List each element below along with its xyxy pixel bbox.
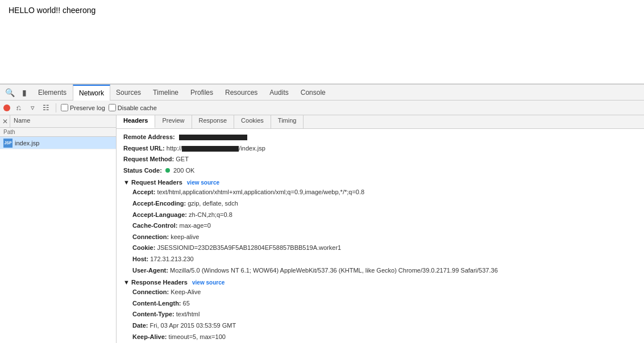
preserve-log-checkbox-label[interactable]: Preserve log	[61, 104, 105, 111]
tab-resources[interactable]: Resources	[219, 85, 264, 101]
tab-response[interactable]: Response	[192, 115, 235, 128]
remote-address-redacted	[179, 135, 247, 140]
resp-connection-row: Connection: Keep-Alive	[132, 287, 637, 298]
request-headers-view-source[interactable]: view source	[187, 179, 219, 186]
status-dot	[165, 168, 170, 173]
remote-address-row: Remote Address:	[123, 132, 637, 143]
record-button[interactable]	[3, 104, 10, 111]
tab-preview[interactable]: Preview	[155, 115, 192, 128]
network-toolbar: ⎌ ▿ ☷ Preserve log Disable cache	[0, 101, 644, 115]
devtools-tab-bar: 🔍 ▮ Elements Network Sources Timeline Pr…	[0, 85, 644, 101]
devtools-panel: 🔍 ▮ Elements Network Sources Timeline Pr…	[0, 84, 644, 343]
cookie-row: Cookie: JSESSIONID=23D2B35A9F5AB12804EF5…	[132, 243, 637, 253]
accept-encoding-row: Accept-Encoding: gzip, deflate, sdch	[132, 199, 637, 209]
file-icon: JSP	[3, 139, 13, 148]
url-redacted	[182, 146, 239, 152]
tab-profiles[interactable]: Profiles	[185, 85, 219, 101]
tab-timeline[interactable]: Timeline	[147, 85, 185, 101]
tab-console[interactable]: Console	[295, 85, 332, 101]
network-requests-list: JSP index.jsp	[0, 137, 116, 343]
accept-language-row: Accept-Language: zh-CN,zh;q=0.8	[132, 210, 637, 220]
content-type-row: Content-Type: text/html	[132, 309, 637, 320]
request-method-row: Request Method: GET	[123, 154, 637, 165]
response-headers-list: Connection: Keep-Alive Content-Length: 6…	[123, 287, 637, 343]
accept-row: Accept: text/html,application/xhtml+xml,…	[132, 187, 637, 198]
tab-sources[interactable]: Sources	[110, 85, 147, 101]
date-row: Date: Fri, 03 Apr 2015 03:53:59 GMT	[132, 321, 637, 331]
toolbar-divider	[56, 103, 56, 112]
preserve-log-checkbox[interactable]	[61, 104, 68, 111]
request-headers-list: Accept: text/html,application/xhtml+xml,…	[123, 187, 637, 275]
hello-text: HELLO world!! cheerong	[9, 6, 95, 15]
tab-audits[interactable]: Audits	[264, 85, 294, 101]
cache-control-row: Cache-Control: max-age=0	[132, 221, 637, 231]
network-left-panel: ✕ Name Path JSP index.jsp	[0, 115, 117, 343]
content-length-row: Content-Length: 65	[132, 299, 637, 309]
view-toggle-button[interactable]: ☷	[41, 103, 51, 113]
path-column-header: Path	[0, 128, 116, 137]
network-right-panel: Headers Preview Response Cookies Timing …	[117, 115, 644, 343]
headers-content: Remote Address: Request URL: http:///ind…	[117, 129, 644, 343]
inspect-element-icon[interactable]: 🔍	[3, 86, 16, 99]
device-mode-icon[interactable]: ▮	[18, 86, 31, 99]
request-headers-section: ▼ Request Headers view source	[123, 179, 637, 186]
user-agent-row: User-Agent: Mozilla/5.0 (Windows NT 6.1;…	[132, 266, 637, 276]
request-url-row: Request URL: http:///index.jsp	[123, 144, 637, 154]
clear-button[interactable]: ⎌	[14, 103, 24, 113]
close-request-panel-button[interactable]: ✕	[0, 115, 10, 127]
tab-cookies[interactable]: Cookies	[234, 115, 271, 128]
tab-network[interactable]: Network	[73, 85, 110, 101]
disable-cache-checkbox-label[interactable]: Disable cache	[109, 104, 157, 111]
tab-timing[interactable]: Timing	[271, 115, 304, 128]
network-item[interactable]: JSP index.jsp	[0, 137, 116, 149]
name-column-header: Name	[10, 115, 116, 127]
disable-cache-checkbox[interactable]	[109, 104, 116, 111]
status-code-row: Status Code: 200 OK	[123, 166, 637, 176]
response-tabs: Headers Preview Response Cookies Timing	[117, 115, 644, 129]
devtools-main: ✕ Name Path JSP index.jsp Headers Previe…	[0, 115, 644, 343]
filter-button[interactable]: ▿	[27, 103, 38, 113]
host-row: Host: 172.31.213.230	[132, 254, 637, 265]
connection-row: Connection: keep-alive	[132, 232, 637, 242]
network-item-name: index.jsp	[15, 140, 39, 147]
tab-elements[interactable]: Elements	[32, 85, 73, 101]
response-headers-section: ▼ Response Headers view source	[123, 279, 637, 286]
page-content: HELLO world!! cheerong	[0, 0, 644, 84]
left-panel-header: ✕ Name	[0, 115, 116, 128]
response-headers-view-source[interactable]: view source	[192, 279, 225, 286]
tab-headers[interactable]: Headers	[117, 115, 155, 128]
keep-alive-row: Keep-Alive: timeout=5, max=100	[132, 332, 637, 342]
